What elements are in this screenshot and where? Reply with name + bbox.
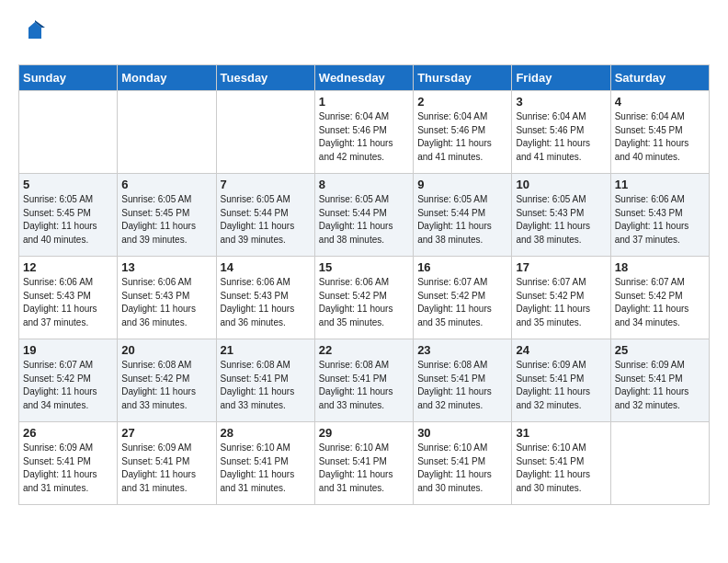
page-header [18, 18, 710, 50]
cell-info: Sunrise: 6:04 AM Sunset: 5:45 PM Dayligh… [615, 110, 705, 164]
calendar-cell: 21Sunrise: 6:08 AM Sunset: 5:41 PM Dayli… [216, 339, 314, 422]
calendar-cell: 13Sunrise: 6:06 AM Sunset: 5:43 PM Dayli… [118, 257, 216, 339]
weekday-header: Monday [118, 65, 216, 91]
day-number: 26 [23, 426, 113, 440]
cell-info: Sunrise: 6:08 AM Sunset: 5:42 PM Dayligh… [121, 359, 211, 412]
day-number: 30 [417, 426, 507, 440]
day-number: 3 [516, 95, 606, 109]
calendar-cell: 18Sunrise: 6:07 AM Sunset: 5:42 PM Dayli… [610, 257, 709, 339]
calendar-cell: 7Sunrise: 6:05 AM Sunset: 5:44 PM Daylig… [216, 174, 314, 257]
cell-info: Sunrise: 6:09 AM Sunset: 5:41 PM Dayligh… [23, 442, 113, 495]
calendar-cell: 22Sunrise: 6:08 AM Sunset: 5:41 PM Dayli… [314, 339, 413, 422]
day-number: 2 [417, 95, 507, 109]
calendar-cell: 4Sunrise: 6:04 AM Sunset: 5:45 PM Daylig… [610, 91, 709, 174]
logo-icon [21, 18, 49, 46]
calendar-cell: 26Sunrise: 6:09 AM Sunset: 5:41 PM Dayli… [19, 422, 118, 505]
day-number: 9 [417, 178, 507, 191]
day-number: 19 [23, 343, 113, 357]
day-number: 29 [319, 426, 409, 440]
cell-info: Sunrise: 6:06 AM Sunset: 5:43 PM Dayligh… [615, 193, 705, 247]
cell-info: Sunrise: 6:04 AM Sunset: 5:46 PM Dayligh… [516, 110, 606, 164]
calendar-cell [118, 91, 216, 174]
calendar-cell [610, 422, 709, 505]
calendar-cell: 23Sunrise: 6:08 AM Sunset: 5:41 PM Dayli… [414, 339, 512, 422]
day-number: 14 [221, 260, 311, 274]
day-number: 17 [516, 260, 606, 274]
weekday-header: Friday [512, 65, 610, 91]
calendar-cell: 8Sunrise: 6:05 AM Sunset: 5:44 PM Daylig… [314, 174, 413, 257]
calendar-cell: 6Sunrise: 6:05 AM Sunset: 5:45 PM Daylig… [118, 174, 216, 257]
day-number: 5 [23, 178, 113, 191]
day-number: 23 [417, 343, 507, 357]
day-number: 10 [516, 178, 606, 191]
weekday-header: Sunday [19, 65, 118, 91]
cell-info: Sunrise: 6:04 AM Sunset: 5:46 PM Dayligh… [417, 110, 507, 164]
cell-info: Sunrise: 6:07 AM Sunset: 5:42 PM Dayligh… [417, 276, 507, 329]
day-number: 1 [319, 95, 409, 109]
day-number: 21 [221, 343, 311, 357]
calendar-cell: 15Sunrise: 6:06 AM Sunset: 5:42 PM Dayli… [314, 257, 413, 339]
calendar-header: SundayMondayTuesdayWednesdayThursdayFrid… [19, 65, 710, 91]
cell-info: Sunrise: 6:08 AM Sunset: 5:41 PM Dayligh… [417, 359, 507, 412]
logo [18, 18, 49, 50]
calendar-cell [19, 91, 118, 174]
day-number: 24 [516, 343, 606, 357]
cell-info: Sunrise: 6:05 AM Sunset: 5:45 PM Dayligh… [23, 193, 113, 247]
weekday-header: Wednesday [314, 65, 413, 91]
calendar-cell: 14Sunrise: 6:06 AM Sunset: 5:43 PM Dayli… [216, 257, 314, 339]
weekday-header: Thursday [414, 65, 512, 91]
calendar-cell: 30Sunrise: 6:10 AM Sunset: 5:41 PM Dayli… [414, 422, 512, 505]
day-number: 8 [319, 178, 409, 191]
cell-info: Sunrise: 6:08 AM Sunset: 5:41 PM Dayligh… [319, 359, 409, 412]
day-number: 31 [516, 426, 606, 440]
cell-info: Sunrise: 6:04 AM Sunset: 5:46 PM Dayligh… [319, 110, 409, 164]
day-number: 7 [221, 178, 311, 191]
cell-info: Sunrise: 6:10 AM Sunset: 5:41 PM Dayligh… [417, 442, 507, 495]
cell-info: Sunrise: 6:05 AM Sunset: 5:45 PM Dayligh… [121, 193, 211, 247]
calendar-cell: 12Sunrise: 6:06 AM Sunset: 5:43 PM Dayli… [19, 257, 118, 339]
cell-info: Sunrise: 6:09 AM Sunset: 5:41 PM Dayligh… [615, 359, 705, 412]
day-number: 22 [319, 343, 409, 357]
day-number: 4 [615, 95, 705, 109]
cell-info: Sunrise: 6:07 AM Sunset: 5:42 PM Dayligh… [23, 359, 113, 412]
cell-info: Sunrise: 6:07 AM Sunset: 5:42 PM Dayligh… [516, 276, 606, 329]
cell-info: Sunrise: 6:09 AM Sunset: 5:41 PM Dayligh… [121, 442, 211, 495]
calendar-cell: 19Sunrise: 6:07 AM Sunset: 5:42 PM Dayli… [19, 339, 118, 422]
cell-info: Sunrise: 6:06 AM Sunset: 5:43 PM Dayligh… [121, 276, 211, 329]
day-number: 20 [121, 343, 211, 357]
day-number: 13 [121, 260, 211, 274]
calendar-cell: 11Sunrise: 6:06 AM Sunset: 5:43 PM Dayli… [610, 174, 709, 257]
weekday-header: Saturday [610, 65, 709, 91]
calendar-cell: 1Sunrise: 6:04 AM Sunset: 5:46 PM Daylig… [314, 91, 413, 174]
day-number: 15 [319, 260, 409, 274]
day-number: 16 [417, 260, 507, 274]
cell-info: Sunrise: 6:05 AM Sunset: 5:43 PM Dayligh… [516, 193, 606, 247]
cell-info: Sunrise: 6:10 AM Sunset: 5:41 PM Dayligh… [516, 442, 606, 495]
calendar-cell: 31Sunrise: 6:10 AM Sunset: 5:41 PM Dayli… [512, 422, 610, 505]
calendar-cell: 17Sunrise: 6:07 AM Sunset: 5:42 PM Dayli… [512, 257, 610, 339]
calendar-cell: 25Sunrise: 6:09 AM Sunset: 5:41 PM Dayli… [610, 339, 709, 422]
calendar-cell: 5Sunrise: 6:05 AM Sunset: 5:45 PM Daylig… [19, 174, 118, 257]
cell-info: Sunrise: 6:10 AM Sunset: 5:41 PM Dayligh… [319, 442, 409, 495]
calendar-cell: 20Sunrise: 6:08 AM Sunset: 5:42 PM Dayli… [118, 339, 216, 422]
calendar-cell: 16Sunrise: 6:07 AM Sunset: 5:42 PM Dayli… [414, 257, 512, 339]
cell-info: Sunrise: 6:09 AM Sunset: 5:41 PM Dayligh… [516, 359, 606, 412]
calendar-cell: 29Sunrise: 6:10 AM Sunset: 5:41 PM Dayli… [314, 422, 413, 505]
cell-info: Sunrise: 6:06 AM Sunset: 5:42 PM Dayligh… [319, 276, 409, 329]
calendar-cell: 27Sunrise: 6:09 AM Sunset: 5:41 PM Dayli… [118, 422, 216, 505]
day-number: 27 [121, 426, 211, 440]
weekday-header: Tuesday [216, 65, 314, 91]
day-number: 25 [615, 343, 705, 357]
calendar-cell: 3Sunrise: 6:04 AM Sunset: 5:46 PM Daylig… [512, 91, 610, 174]
calendar-cell: 9Sunrise: 6:05 AM Sunset: 5:44 PM Daylig… [414, 174, 512, 257]
calendar-cell: 24Sunrise: 6:09 AM Sunset: 5:41 PM Dayli… [512, 339, 610, 422]
calendar-cell: 28Sunrise: 6:10 AM Sunset: 5:41 PM Dayli… [216, 422, 314, 505]
day-number: 11 [615, 178, 705, 191]
cell-info: Sunrise: 6:07 AM Sunset: 5:42 PM Dayligh… [615, 276, 705, 329]
cell-info: Sunrise: 6:05 AM Sunset: 5:44 PM Dayligh… [221, 193, 311, 247]
day-number: 18 [615, 260, 705, 274]
day-number: 12 [23, 260, 113, 274]
cell-info: Sunrise: 6:10 AM Sunset: 5:41 PM Dayligh… [221, 442, 311, 495]
day-number: 6 [121, 178, 211, 191]
calendar-cell [216, 91, 314, 174]
